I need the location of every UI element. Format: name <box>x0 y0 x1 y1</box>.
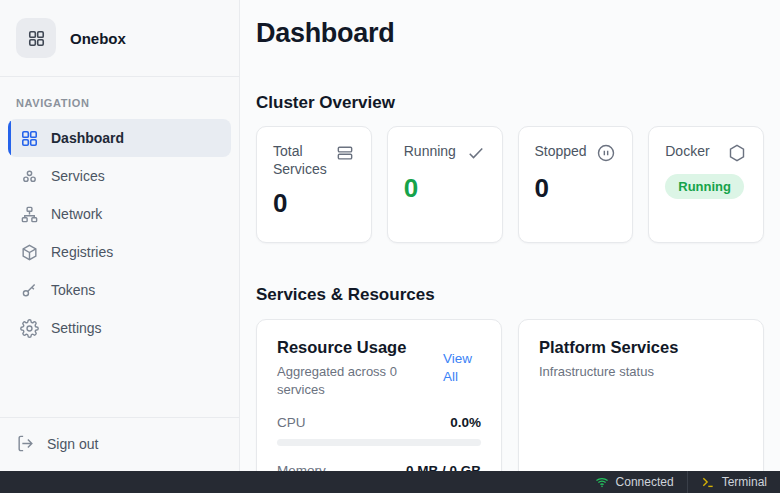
services-cluster-icon <box>20 167 39 186</box>
sidebar-item-label: Services <box>51 168 105 184</box>
terminal-toggle[interactable]: Terminal <box>687 471 780 493</box>
sidebar-item-label: Dashboard <box>51 130 124 146</box>
check-icon <box>466 143 486 163</box>
view-all-link[interactable]: View All <box>443 338 481 398</box>
sign-out-button[interactable]: Sign out <box>16 434 223 453</box>
platform-services-subtitle: Infrastructure status <box>539 363 678 381</box>
sidebar-item-label: Settings <box>51 320 102 336</box>
sidebar-item-network[interactable]: Network <box>8 195 231 233</box>
stopped-card: Stopped 0 <box>518 126 634 243</box>
dashboard-grid-icon <box>20 129 39 148</box>
docker-status-badge: Running <box>665 174 744 199</box>
logout-icon <box>16 434 35 453</box>
sidebar-item-services[interactable]: Services <box>8 157 231 195</box>
stat-label: Stopped <box>535 142 587 163</box>
sidebar-item-settings[interactable]: Settings <box>8 309 231 347</box>
stat-label: Docker <box>665 142 709 163</box>
wifi-icon <box>595 475 609 489</box>
stat-value: 0 <box>273 188 355 219</box>
cpu-value: 0.0% <box>450 415 481 430</box>
sidebar-item-label: Registries <box>51 244 113 260</box>
sidebar-item-tokens[interactable]: Tokens <box>8 271 231 309</box>
cluster-overview-heading: Cluster Overview <box>256 93 764 113</box>
terminal-prompt-icon <box>701 475 715 489</box>
sign-out-label: Sign out <box>47 436 98 452</box>
sidebar-item-dashboard[interactable]: Dashboard <box>8 119 231 157</box>
status-bar: Connected Terminal <box>0 471 780 493</box>
stat-label: Total Services <box>273 142 327 178</box>
docker-card: Docker Running <box>648 126 764 243</box>
platform-services-card: Platform Services Infrastructure status <box>518 319 764 493</box>
resource-usage-title: Resource Usage <box>277 338 427 357</box>
connection-status: Connected <box>582 471 687 493</box>
platform-services-title: Platform Services <box>539 338 678 357</box>
cpu-metric: CPU 0.0% <box>277 415 481 446</box>
sidebar-item-registries[interactable]: Registries <box>8 233 231 271</box>
cpu-label: CPU <box>277 415 306 430</box>
resource-usage-card: Resource Usage Aggregated across 0 servi… <box>256 319 502 493</box>
cpu-progress-track <box>277 439 481 446</box>
grid-icon <box>27 29 46 48</box>
running-card: Running 0 <box>387 126 503 243</box>
terminal-label: Terminal <box>722 475 767 489</box>
sidebar: Onebox NAVIGATION Dashboard Services <box>0 0 240 471</box>
nav-section-label: NAVIGATION <box>0 77 239 119</box>
stat-value: 0 <box>404 173 486 204</box>
services-resources-cards: Resource Usage Aggregated across 0 servi… <box>256 319 764 493</box>
services-resources-heading: Services & Resources <box>256 285 764 305</box>
sidebar-footer: Sign out <box>0 417 239 471</box>
brand: Onebox <box>0 0 239 77</box>
page-title: Dashboard <box>256 18 764 49</box>
stat-label: Running <box>404 142 456 163</box>
total-services-card: Total Services 0 <box>256 126 372 243</box>
onebox-logo <box>16 18 56 58</box>
pause-circle-icon <box>596 143 616 163</box>
stat-value: 0 <box>535 173 617 204</box>
network-tree-icon <box>20 205 39 224</box>
connection-label: Connected <box>616 475 674 489</box>
package-icon <box>20 243 39 262</box>
hexagon-icon <box>727 143 747 163</box>
cluster-cards: Total Services 0 Running 0 <box>256 126 764 243</box>
main-content: Dashboard Cluster Overview Total Service… <box>240 0 780 493</box>
gear-icon <box>20 319 39 338</box>
key-icon <box>20 281 39 300</box>
sidebar-nav: Dashboard Services Network <box>0 119 239 347</box>
resource-usage-subtitle: Aggregated across 0 services <box>277 363 427 398</box>
brand-name: Onebox <box>70 30 126 47</box>
sidebar-item-label: Network <box>51 206 102 222</box>
sidebar-item-label: Tokens <box>51 282 95 298</box>
server-icon <box>335 143 355 178</box>
